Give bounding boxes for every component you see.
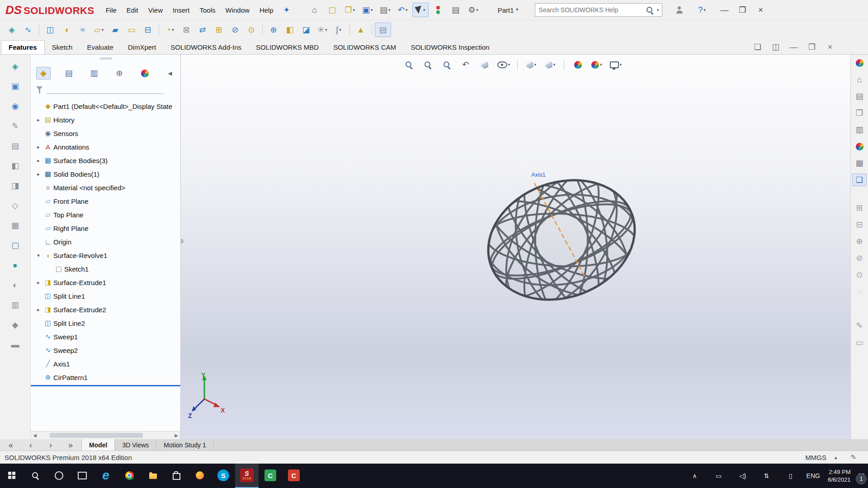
dropdown-caret-icon[interactable]: ▾ <box>172 28 174 32</box>
select-button[interactable]: ▾ <box>412 3 429 17</box>
cortana-taskbar-button[interactable] <box>47 464 71 488</box>
search-input[interactable] <box>538 6 644 14</box>
curves-button[interactable]: ∫▾ <box>330 23 347 37</box>
view-palette-button[interactable]: ▥ <box>852 123 867 136</box>
hidden-icons-button[interactable]: ∧ <box>687 469 703 483</box>
tree-item-sweep1[interactable]: ∿Sweep1 <box>31 330 180 343</box>
dropdown-caret-icon[interactable]: ▾ <box>600 62 602 67</box>
side-tool-11-button[interactable]: ● <box>7 258 24 272</box>
tree-item-surface-revolve1[interactable]: ▾◖Surface-Revolve1 <box>31 249 180 262</box>
new-document-button[interactable]: ▢ <box>324 3 340 17</box>
dropdown-caret-icon[interactable]: ▾ <box>353 8 355 12</box>
configuration-manager-button[interactable]: ▥ <box>87 67 101 80</box>
tab-dimxpert[interactable]: DimXpert <box>121 41 164 54</box>
skype-taskbar-button[interactable]: S <box>212 464 235 488</box>
tree-item-origin[interactable]: ∟Origin <box>31 235 180 249</box>
print-button[interactable]: ▤▾ <box>377 3 393 17</box>
tree-item-surface-extrude1[interactable]: ▸◨Surface-Extrude1 <box>31 276 180 289</box>
measure-button[interactable]: ▤ <box>375 23 391 37</box>
extend-surface-button[interactable]: ⊞ <box>211 23 227 37</box>
units-button[interactable]: MMGS <box>805 454 826 461</box>
tree-horizontal-scrollbar[interactable]: ◀ ▶ <box>31 431 180 439</box>
new-window-button[interactable]: ❏ <box>751 42 764 52</box>
close-app-button[interactable]: × <box>753 3 769 17</box>
task-pane-tool-8-button[interactable]: ▭ <box>852 336 867 349</box>
dropdown-caret-icon[interactable]: ▾ <box>423 8 425 12</box>
menu-insert[interactable]: Insert <box>168 5 195 16</box>
filter-funnel-icon[interactable] <box>36 86 42 90</box>
minimize-app-button[interactable]: — <box>717 3 733 17</box>
tree-root-part1[interactable]: ◆Part1 (Default<<Default>_Display State <box>31 99 180 113</box>
scrollbar-thumb[interactable] <box>50 433 143 438</box>
reference-geometry-button[interactable]: ✳▾ <box>314 23 330 37</box>
close-doc-button[interactable]: × <box>824 42 836 52</box>
tree-item-axis1[interactable]: ╱Axis1 <box>31 357 180 371</box>
display-style-button[interactable]: ▾ <box>542 57 558 72</box>
apply-scene-button[interactable]: ▾ <box>589 57 605 72</box>
panel-splitter-handle[interactable] <box>181 239 184 244</box>
language-indicator[interactable]: ENG <box>807 472 820 479</box>
scroll-right-icon[interactable]: ▶ <box>172 433 180 438</box>
help-search-box[interactable]: ▾ <box>535 3 662 17</box>
home-button[interactable]: ⌂ <box>307 3 323 17</box>
solidworks-forum-button[interactable]: ❏ <box>852 174 867 186</box>
tree-item-sketch1[interactable]: ▢Sketch1 <box>31 262 180 276</box>
featuremanager-tree-button[interactable]: ◆ <box>36 67 51 80</box>
property-manager-button[interactable]: ▤ <box>61 67 76 80</box>
expander-icon[interactable]: ▸ <box>34 158 42 164</box>
scrollbar-track[interactable] <box>39 432 172 439</box>
side-tool-7-button[interactable]: ◨ <box>7 178 24 193</box>
open-button[interactable]: ❐▾ <box>342 3 358 17</box>
dropdown-caret-icon[interactable]: ▾ <box>534 62 537 67</box>
side-tool-13-button[interactable]: ▥ <box>7 298 24 312</box>
search-scope-caret-icon[interactable]: ▾ <box>657 8 659 12</box>
tab-features[interactable]: Features <box>1 40 45 54</box>
last-tab-button[interactable]: » <box>62 438 79 452</box>
task-pane-tool-1-button[interactable]: ⊞ <box>852 202 867 214</box>
tree-tab-left-button[interactable]: ◂ <box>163 67 177 80</box>
save-button[interactable]: ▣▾ <box>359 3 376 17</box>
display-tray-button[interactable]: ▭ <box>711 469 727 483</box>
side-tool-12-button[interactable]: ◐ <box>7 278 24 292</box>
planar-surface-button[interactable]: ▭ <box>123 23 140 37</box>
side-tool-5-button[interactable]: ▤ <box>7 139 24 153</box>
menu-view[interactable]: View <box>143 5 168 16</box>
taskbar-search-taskbar-button[interactable] <box>24 464 47 488</box>
task-pane-tool-2-button[interactable]: ⊟ <box>852 218 867 231</box>
extruded-surface-button[interactable]: ◫ <box>42 23 58 37</box>
next-tab-button[interactable]: › <box>42 438 59 452</box>
battery-button[interactable]: ▯ <box>783 469 799 483</box>
tags-icon[interactable]: ✎ <box>850 453 856 461</box>
task-pane-tool-7-button[interactable]: ✎ <box>852 319 867 332</box>
model-3d-wireframe[interactable] <box>467 162 656 320</box>
tree-item-surface-extrude2[interactable]: ▸◨Surface-Extrude2 <box>31 303 180 316</box>
side-tool-10-button[interactable]: ▢ <box>7 238 24 253</box>
tree-item-top-plane[interactable]: ▱Top Plane <box>31 208 180 221</box>
tab-solidworks-add-ins[interactable]: SOLIDWORKS Add-Ins <box>163 41 249 54</box>
solidworks-resources-button[interactable] <box>852 56 867 69</box>
dropdown-caret-icon[interactable]: ▾ <box>703 8 706 12</box>
file-properties-button[interactable]: ▤ <box>448 3 464 17</box>
side-tool-3-button[interactable]: ◉ <box>7 99 24 113</box>
split-window-button[interactable]: ◫ <box>769 42 782 52</box>
rollback-bar[interactable] <box>31 385 180 386</box>
edge-taskbar-button[interactable]: e <box>94 464 118 488</box>
volume-button[interactable]: ◁) <box>735 469 751 483</box>
tab-solidworks-inspection[interactable]: SOLIDWORKS Inspection <box>403 41 496 54</box>
boundary-surface-button[interactable]: ▱▾ <box>91 23 107 37</box>
delete-face-button[interactable]: ⊠ <box>178 23 194 37</box>
expander-icon[interactable]: ▸ <box>34 117 42 123</box>
restore-doc-button[interactable]: ❐ <box>806 42 818 52</box>
start-taskbar-button[interactable] <box>0 464 24 488</box>
tree-item-cirpattern1[interactable]: ⊛CirPattern1 <box>31 371 180 384</box>
tree-item-sweep2[interactable]: ∿Sweep2 <box>31 343 180 357</box>
doc-tab-model[interactable]: Model <box>82 439 115 450</box>
dropdown-caret-icon[interactable]: ▾ <box>553 62 556 67</box>
user-account-button[interactable] <box>671 3 688 17</box>
view-orientation-button[interactable]: ▾ <box>523 57 539 72</box>
previous-view-button[interactable]: ↶ <box>458 57 474 72</box>
help-button[interactable]: ?▾ <box>694 3 710 17</box>
revolved-surface-button[interactable]: ◖ <box>58 23 75 37</box>
file-explorer-taskbar-button[interactable] <box>141 464 165 488</box>
tree-item-right-plane[interactable]: ▱Right Plane <box>31 221 180 235</box>
